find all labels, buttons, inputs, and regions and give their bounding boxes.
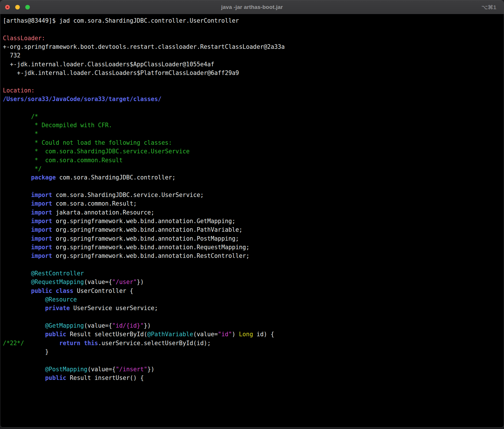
terminal-text-segment: "id" (218, 331, 232, 338)
terminal-text-segment: "/insert" (116, 366, 148, 373)
terminal-text-segment: Result selectUserById( (66, 331, 147, 338)
terminal-line (3, 182, 502, 191)
terminal-line: +-jdk.internal.loader.ClassLoaders$AppCl… (3, 60, 502, 69)
terminal-text-segment: */ (3, 165, 42, 172)
terminal-line: * Decompiled with CFR. (3, 121, 502, 130)
terminal-line: @Resource (3, 295, 502, 304)
terminal-text-segment (80, 340, 84, 347)
terminal-line: public class UserController { (3, 287, 502, 295)
terminal-line: * com.sora.common.Result (3, 156, 502, 165)
terminal-text-segment: import (31, 209, 52, 216)
terminal-text-segment: (value= (193, 331, 218, 338)
terminal-line: /Users/sora33/JavaCode/sora33/target/cla… (3, 95, 502, 103)
terminal-body[interactable]: [arthas@83449]$ jad com.sora.ShardingJDB… (0, 14, 504, 382)
terminal-text-segment: /* (3, 113, 38, 120)
terminal-text-segment: "/user" (112, 279, 137, 285)
terminal-text-segment: "id/{id}" (112, 322, 144, 329)
terminal-text-segment: org.springframework.web.bind.annotation.… (52, 235, 239, 242)
terminal-line: @RestController (3, 269, 502, 278)
terminal-text-segment: [arthas@83449]$ jad com.sora.ShardingJDB… (3, 17, 239, 24)
terminal-line: @GetMapping(value={"id/{id}"}) (3, 321, 502, 330)
terminal-text-segment: Location: (3, 87, 35, 94)
terminal-line: @RequestMapping(value={"/user"}) (3, 278, 502, 286)
terminal-line: /*22*/ return this.userService.selectUse… (3, 339, 502, 347)
terminal-line: import jakarta.annotation.Resource; (3, 208, 502, 217)
terminal-text-segment: * com.sora.common.Result (3, 157, 123, 164)
terminal-text-segment: public class (31, 287, 73, 294)
terminal-text-segment: (value={ (84, 322, 112, 329)
terminal-text-segment: com.sora.ShardingJDBC.service.UserServic… (52, 192, 204, 198)
terminal-line: * (3, 130, 502, 138)
terminal-text-segment: import (31, 192, 52, 198)
zoom-button[interactable] (25, 5, 30, 9)
terminal-line (3, 103, 502, 112)
terminal-text-segment: }) (137, 279, 144, 285)
terminal-text-segment: @RequestMapping (31, 279, 84, 285)
terminal-line (3, 260, 502, 269)
terminal-line: import org.springframework.web.bind.anno… (3, 252, 502, 260)
terminal-text-segment: com.sora.ShardingJDBC.controller; (56, 174, 175, 181)
traffic-lights (0, 5, 30, 9)
terminal-text-segment: ) (232, 331, 239, 338)
terminal-text-segment (3, 331, 45, 338)
terminal-line (3, 77, 502, 86)
terminal-line: public Result insertUser() { (3, 374, 502, 382)
terminal-text-segment: @Resource (45, 296, 77, 303)
terminal-text-segment: @PostMapping (45, 366, 87, 373)
terminal-text-segment: import (31, 200, 52, 207)
close-button[interactable] (5, 5, 10, 9)
terminal-text-segment: * com.sora.ShardingJDBC.service.UserServ… (3, 148, 190, 155)
terminal-text-segment (3, 235, 31, 242)
terminal-text-segment (3, 192, 31, 198)
terminal-line: * Could not load the following classes: (3, 138, 502, 147)
terminal-text-segment (3, 244, 31, 251)
terminal-text-segment: * Decompiled with CFR. (3, 122, 112, 129)
terminal-text-segment (24, 340, 59, 347)
terminal-text-segment: id) { (253, 331, 274, 338)
terminal-line: @PostMapping(value={"/insert"}) (3, 365, 502, 374)
terminal-text-segment: com.sora.common.Result; (52, 200, 137, 207)
terminal-text-segment: +-jdk.internal.loader.ClassLoaders$AppCl… (3, 61, 214, 68)
terminal-text-segment: * Could not load the following classes: (3, 139, 172, 146)
terminal-text-segment: } (3, 348, 49, 355)
terminal-text-segment (3, 209, 31, 216)
terminal-text-segment (3, 270, 31, 277)
titlebar[interactable]: java -jar arthas-boot.jar ⌥⌘1 (0, 0, 504, 14)
terminal-text-segment: /*22*/ (3, 340, 24, 347)
terminal-text-segment (3, 305, 45, 312)
terminal-line: } (3, 347, 502, 356)
terminal-text-segment: +-org.springframework.boot.devtools.rest… (3, 43, 285, 50)
terminal-text-segment: (value={ (84, 279, 112, 285)
terminal-text-segment (3, 322, 45, 329)
terminal-text-segment: public (45, 331, 66, 338)
terminal-text-segment: Result insertUser() { (66, 374, 144, 381)
terminal-text-segment: @PathVariable (147, 331, 193, 338)
terminal-line: import org.springframework.web.bind.anno… (3, 243, 502, 252)
terminal-text-segment (3, 200, 31, 207)
terminal-line: ClassLoader: (3, 34, 502, 42)
terminal-text-segment: .userService.selectUserById(id); (98, 340, 211, 347)
terminal-line: Location: (3, 86, 502, 95)
terminal-text-segment (3, 226, 31, 233)
window-shortcut-hint: ⌥⌘1 (482, 4, 504, 11)
terminal-text-segment (3, 366, 45, 373)
window-title: java -jar arthas-boot.jar (0, 4, 504, 10)
terminal-line: import org.springframework.web.bind.anno… (3, 225, 502, 234)
terminal-text-segment: @GetMapping (45, 322, 84, 329)
terminal-line: public Result selectUserById(@PathVariab… (3, 330, 502, 339)
terminal-text-segment (3, 174, 31, 181)
terminal-text-segment: 732 (3, 52, 20, 59)
terminal-text-segment: org.springframework.web.bind.annotation.… (52, 252, 249, 259)
terminal-text-segment: }) (144, 322, 151, 329)
terminal-text-segment: org.springframework.web.bind.annotation.… (52, 244, 249, 251)
terminal-line: private UserService userService; (3, 304, 502, 312)
terminal-text-segment: return (59, 340, 80, 347)
terminal-line: [arthas@83449]$ jad com.sora.ShardingJDB… (3, 16, 502, 25)
terminal-line: /* (3, 112, 502, 121)
terminal-window: java -jar arthas-boot.jar ⌥⌘1 [arthas@83… (0, 0, 504, 428)
terminal-line: +-jdk.internal.loader.ClassLoaders$Platf… (3, 69, 502, 77)
terminal-line (3, 25, 502, 34)
terminal-line: 732 (3, 51, 502, 60)
terminal-text-segment (3, 287, 31, 294)
minimize-button[interactable] (15, 5, 20, 9)
